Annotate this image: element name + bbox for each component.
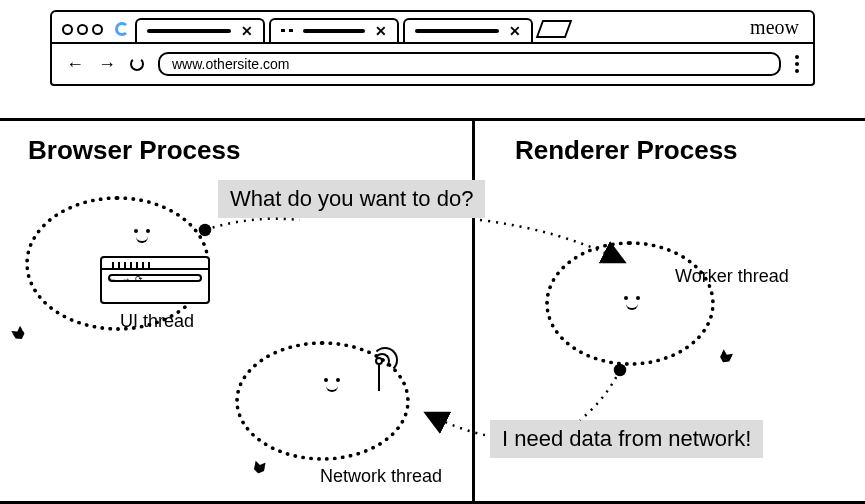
window-control-dot: [92, 24, 103, 35]
browser-window: ✕ ✕ ✕ meow ← → www.othersite.com: [50, 10, 815, 86]
renderer-process-title: Renderer Process: [475, 121, 865, 166]
close-icon[interactable]: ✕: [509, 23, 521, 39]
face-icon: [130, 229, 160, 245]
reload-button[interactable]: [130, 57, 144, 71]
close-icon[interactable]: ✕: [241, 23, 253, 39]
back-button[interactable]: ←: [66, 54, 84, 75]
toolbar: ← → www.othersite.com: [52, 44, 813, 84]
tab[interactable]: ✕: [403, 18, 533, 42]
forward-button[interactable]: →: [98, 54, 116, 75]
window-controls: [62, 24, 103, 35]
window-control-dot: [62, 24, 73, 35]
face-icon: [320, 378, 350, 394]
speech-bubble-question: What do you want to do?: [218, 180, 485, 218]
ui-thread-label: UI thread: [120, 311, 194, 332]
network-thread-label: Network thread: [320, 466, 442, 487]
worker-thread-label: Worker thread: [675, 266, 789, 287]
address-bar[interactable]: www.othersite.com: [158, 52, 781, 76]
speech-bubble-request: I need data from network!: [490, 420, 763, 458]
tab-active[interactable]: ✕: [135, 18, 265, 42]
tab-strip: ✕ ✕ ✕ meow: [52, 12, 813, 44]
brand-text: meow: [750, 16, 799, 39]
motion-chevron-icon: ›››: [252, 460, 271, 471]
close-icon[interactable]: ✕: [375, 23, 387, 39]
mini-browser-icon: ← → ⟳: [100, 256, 210, 304]
new-tab-button[interactable]: [536, 20, 573, 38]
tab[interactable]: ✕: [269, 18, 399, 42]
motion-chevron-icon: ›››: [9, 322, 29, 338]
menu-button[interactable]: [795, 55, 799, 73]
window-control-dot: [77, 24, 88, 35]
motion-chevron-icon: ›››: [719, 348, 739, 363]
browser-process-title: Browser Process: [0, 121, 472, 166]
face-icon: [620, 296, 650, 312]
loading-spinner-icon: [115, 22, 129, 36]
browser-process-box: Browser Process ← → ⟳ UI thread ››› Netw…: [0, 118, 475, 504]
